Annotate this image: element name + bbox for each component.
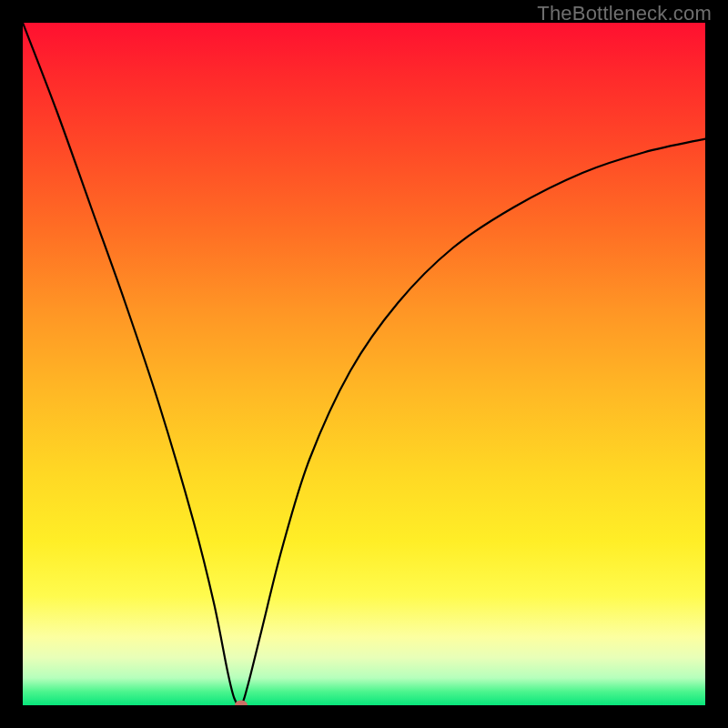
bottleneck-curve [23, 23, 705, 705]
optimal-point-marker [235, 701, 248, 706]
chart-frame: TheBottleneck.com [0, 0, 728, 728]
plot-area [23, 23, 705, 705]
watermark-text: TheBottleneck.com [537, 2, 712, 25]
